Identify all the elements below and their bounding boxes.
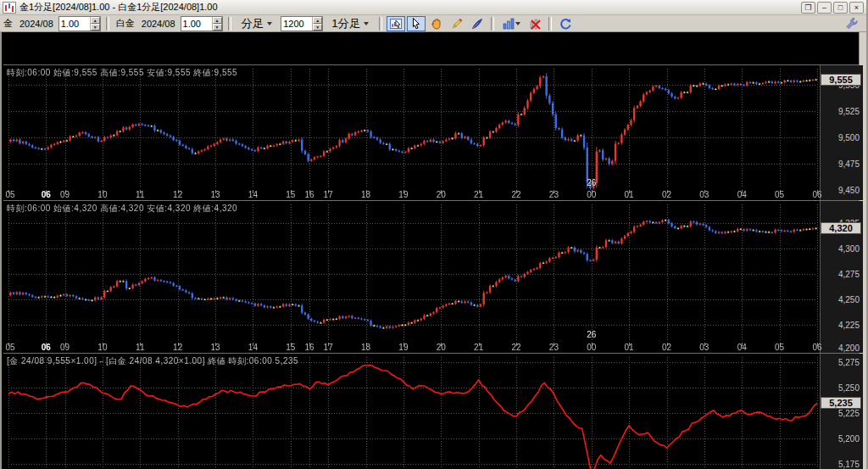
spread-last-price-badge: 5,235 <box>821 397 861 409</box>
spread-line-chart[interactable] <box>3 354 862 469</box>
price-axis-label: 5,175 <box>838 460 860 469</box>
chart-window: 金1分足[2024/08]1.00 - 白金1分足[2024/08]1.00 ❐… <box>0 0 868 469</box>
time-axis-label: 10 <box>97 190 107 199</box>
time-axis-label: 11 <box>136 343 144 352</box>
ohlc-info-line: 時刻:06:00 始値:9,555 高値:9,555 安値:9,555 終値:9… <box>7 67 237 79</box>
price-axis-label: 4,250 <box>838 295 860 304</box>
time-axis-label: 20 <box>437 190 446 199</box>
time-axis-label: 05 <box>5 190 14 199</box>
platinum-ratio-spinner: ▲▼ <box>181 16 223 31</box>
time-axis-label: 00 <box>587 190 596 199</box>
bar-style-icon <box>502 17 515 31</box>
delete-chart-button[interactable] <box>526 16 544 31</box>
time-axis-label: 12 <box>173 190 182 199</box>
time-axis-label: 19 <box>398 343 408 352</box>
gold-price-axis: 9,5509,5259,5009,4759,450 <box>820 65 863 200</box>
time-axis-label: 14 <box>248 343 258 352</box>
chart-window-icon <box>3 2 16 14</box>
toolbar-separator <box>106 17 109 31</box>
time-axis-label: 00 <box>587 343 596 352</box>
time-axis-label: 09 <box>60 190 70 199</box>
platinum-ratio-input[interactable] <box>181 17 212 31</box>
bar-type-dropdown[interactable]: 分足 <box>236 16 278 31</box>
window-buttons: ❐ – □ × <box>801 2 866 14</box>
time-axis-label: 21 <box>474 343 483 352</box>
spread-info-line: [金 24/08 9,555×1.00]－[白金 24/08 4,320×1.0… <box>7 355 298 367</box>
time-axis-label: 20 <box>437 343 446 352</box>
time-axis-label: 06 <box>812 190 821 199</box>
time-axis-label: 02 <box>662 343 671 352</box>
chart-panels-container: 時刻:06:00 始値:9,555 高値:9,555 安値:9,555 終値:9… <box>0 32 860 469</box>
time-axis-label: 01 <box>625 343 634 352</box>
time-axis-label: 19 <box>398 190 408 199</box>
bar-style-dropdown-button[interactable] <box>498 16 524 31</box>
time-axis-label: 16 <box>304 343 314 352</box>
titlebar: 金1分足[2024/08]1.00 - 白金1分足[2024/08]1.00 ❐… <box>0 0 866 15</box>
bar-count-input[interactable] <box>281 17 312 31</box>
gold-ratio-input[interactable] <box>59 17 90 31</box>
close-button[interactable]: × <box>849 2 864 14</box>
bar-count-up-button[interactable]: ▲ <box>313 17 322 24</box>
gold-label: 金 <box>3 17 13 30</box>
pen-tool-button[interactable] <box>468 16 487 31</box>
time-axis-label: 17 <box>324 343 333 352</box>
platinum-month-label: 2024/08 <box>142 19 175 29</box>
time-axis-label: 13 <box>210 190 220 199</box>
pointer-icon <box>409 17 423 31</box>
time-axis-label: 15 <box>286 343 295 352</box>
gold-ratio-down-button[interactable]: ▼ <box>91 24 100 31</box>
float-window-button[interactable]: ❐ <box>801 2 815 14</box>
time-axis-label: 03 <box>699 343 709 352</box>
chart-mode-button[interactable] <box>387 16 405 31</box>
time-axis-label: 06 <box>812 343 821 352</box>
gold-candlestick-chart[interactable] <box>3 65 862 201</box>
toolbar-separator <box>379 17 382 31</box>
price-axis-label: 9,450 <box>838 186 860 195</box>
price-axis-label: 9,475 <box>838 159 860 169</box>
interval-dropdown[interactable]: 1分足 <box>326 16 374 31</box>
platinum-candlestick-chart[interactable] <box>3 201 862 354</box>
chevron-down-icon <box>267 22 272 25</box>
time-axis-label: 21 <box>474 190 483 199</box>
price-axis-label: 9,525 <box>838 107 860 116</box>
pointer-tool-button[interactable] <box>407 16 426 31</box>
gold-ratio-spinner: ▲▼ <box>58 16 101 31</box>
time-axis-label: 05 <box>5 343 14 352</box>
time-axis-label: 09 <box>60 343 70 352</box>
hand-icon <box>430 17 443 31</box>
refresh-button[interactable] <box>556 16 575 31</box>
time-axis-label: 04 <box>737 343 747 352</box>
ohlc-info-line: 時刻:06:00 始値:4,320 高値:4,320 安値:4,320 終値:4… <box>7 203 237 215</box>
platinum-label: 白金 <box>116 17 135 30</box>
time-axis-label: 06 <box>42 190 51 199</box>
time-axis-label: 04 <box>737 190 747 199</box>
bar-count-down-button[interactable]: ▼ <box>313 24 322 31</box>
time-axis-label: 22 <box>511 190 520 199</box>
chevron-down-icon <box>364 22 369 25</box>
pencil-tool-button[interactable] <box>448 16 466 31</box>
spread-chart-panel: [金 24/08 9,555×1.00]－[白金 24/08 4,320×1.0… <box>3 353 862 469</box>
gold-ratio-up-button[interactable]: ▲ <box>91 17 100 24</box>
time-axis-label: 23 <box>549 190 559 199</box>
time-axis-label: 02 <box>662 190 671 199</box>
settings-wrench-icon[interactable] <box>844 17 860 31</box>
maximize-button[interactable]: □ <box>833 2 848 14</box>
price-axis-label: 4,200 <box>838 343 860 353</box>
bar-count-spinner: ▲▼ <box>281 16 323 31</box>
date-label: 26 <box>587 330 596 339</box>
platinum-ratio-down-button[interactable]: ▼ <box>213 24 222 31</box>
time-axis-label: 05 <box>775 343 784 352</box>
time-axis-label: 05 <box>775 190 784 199</box>
pencil-icon <box>450 17 464 31</box>
hand-tool-button[interactable] <box>427 16 446 31</box>
time-axis-label: 06 <box>42 343 51 352</box>
time-axis-label: 01 <box>625 190 634 199</box>
platinum-last-price-badge: 4,320 <box>821 222 861 234</box>
time-axis-label: 16 <box>304 190 314 199</box>
date-label: 26 <box>587 178 596 187</box>
platinum-ratio-up-button[interactable]: ▲ <box>213 17 222 24</box>
time-axis-label: 12 <box>173 343 182 352</box>
price-axis-label: 5,200 <box>838 434 860 444</box>
minimize-button[interactable]: – <box>817 2 832 14</box>
refresh-icon <box>559 17 572 31</box>
